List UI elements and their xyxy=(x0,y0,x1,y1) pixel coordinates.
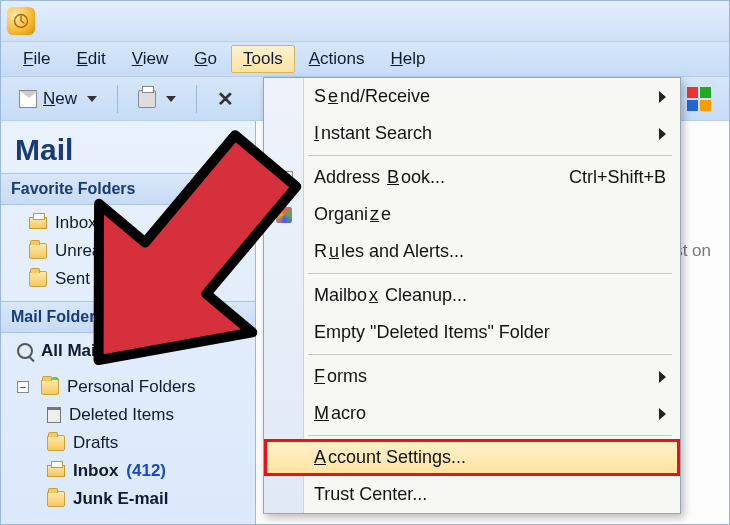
tree-collapse-icon[interactable]: − xyxy=(17,381,29,393)
list-item-label: Drafts xyxy=(73,433,118,453)
menu-tools[interactable]: Tools xyxy=(231,45,295,73)
categories-icon xyxy=(687,87,711,111)
submenu-arrow-icon xyxy=(659,128,666,140)
menu-empty-deleted[interactable]: Empty "Deleted Items" Folder xyxy=(264,314,680,351)
menu-instant-search[interactable]: Instant Search xyxy=(264,115,680,152)
menu-account-settings[interactable]: Account Settings... xyxy=(264,439,680,476)
folder-icon xyxy=(47,435,65,451)
favorite-folders-label: Favorite Folders xyxy=(11,180,135,198)
address-book-icon xyxy=(274,168,294,188)
menu-mailbox-cleanup[interactable]: Mailbox Cleanup... xyxy=(264,277,680,314)
delete-button[interactable]: ✕ xyxy=(209,83,242,115)
personal-folders[interactable]: − Personal Folders xyxy=(15,373,249,401)
mail-folders-header[interactable]: Mail Folders ⌄ xyxy=(1,301,255,333)
menu-accelerator: Ctrl+Shift+B xyxy=(569,167,666,188)
menu-go[interactable]: Go xyxy=(182,45,229,73)
folder-icon xyxy=(47,491,65,507)
menu-item-label: Trust Center... xyxy=(314,484,427,505)
fav-unread[interactable]: Unread Mail xyxy=(27,237,249,265)
print-button[interactable] xyxy=(130,86,184,112)
folder-junk[interactable]: Junk E-mail xyxy=(45,485,249,513)
menu-separator xyxy=(308,155,672,156)
submenu-arrow-icon xyxy=(659,371,666,383)
folder-drafts[interactable]: Drafts xyxy=(45,429,249,457)
submenu-arrow-icon xyxy=(659,91,666,103)
favorite-folders-header[interactable]: Favorite Folders « xyxy=(1,173,255,205)
list-item-label: Junk E-mail xyxy=(73,489,168,509)
menu-help[interactable]: Help xyxy=(378,45,437,73)
list-item-label: Inbox xyxy=(55,213,97,233)
inbox-icon xyxy=(47,465,65,477)
folder-icon xyxy=(29,243,47,259)
list-item-label: Deleted Items xyxy=(69,405,174,425)
menu-separator xyxy=(308,435,672,436)
fav-sent[interactable]: Sent Items xyxy=(27,265,249,293)
categories-button[interactable] xyxy=(679,83,719,115)
organize-icon xyxy=(274,205,294,225)
printer-icon xyxy=(138,90,156,108)
outlook-window: File Edit View Go Tools Actions Help New… xyxy=(0,0,730,525)
menu-actions[interactable]: Actions xyxy=(297,45,377,73)
menu-rules-alerts[interactable]: Rules and Alerts... xyxy=(264,233,680,270)
folder-inbox[interactable]: Inbox (412) xyxy=(45,457,249,485)
delete-x-icon: ✕ xyxy=(217,87,234,111)
folder-icon xyxy=(29,271,47,287)
collapse-chevrons-icon[interactable]: « xyxy=(237,181,245,197)
navigation-pane: Mail Favorite Folders « Inbox Unread Mai… xyxy=(1,121,256,524)
all-mail-items[interactable]: All Mail Items xyxy=(15,337,249,365)
menu-organize[interactable]: Organize xyxy=(264,196,680,233)
menu-view[interactable]: View xyxy=(120,45,181,73)
list-item-label: Personal Folders xyxy=(67,377,196,397)
personal-folders-icon xyxy=(41,379,59,395)
mail-folders-list: All Mail Items − Personal Folders Delete… xyxy=(1,333,255,521)
nav-title: Mail xyxy=(1,125,255,173)
unread-count: (412) xyxy=(126,461,166,481)
menu-forms[interactable]: Forms xyxy=(264,358,680,395)
outlook-app-icon xyxy=(7,7,35,35)
menubar: File Edit View Go Tools Actions Help xyxy=(1,41,729,77)
submenu-arrow-icon xyxy=(659,408,666,420)
menu-macro[interactable]: Macro xyxy=(264,395,680,432)
menu-edit[interactable]: Edit xyxy=(64,45,117,73)
trash-icon xyxy=(47,407,61,423)
menu-file[interactable]: File xyxy=(11,45,62,73)
chevron-down-icon xyxy=(87,96,97,102)
menu-item-label: Empty "Deleted Items" Folder xyxy=(314,322,550,343)
favorite-folders-list: Inbox Unread Mail Sent Items xyxy=(1,205,255,301)
list-item-label: Sent Items xyxy=(55,269,136,289)
mail-folders-label: Mail Folders xyxy=(11,308,104,326)
folder-deleted[interactable]: Deleted Items xyxy=(45,401,249,429)
list-item-label: Inbox xyxy=(73,461,118,481)
fav-inbox[interactable]: Inbox xyxy=(27,209,249,237)
menu-separator xyxy=(308,273,672,274)
expand-chevrons-icon[interactable]: ⌄ xyxy=(233,309,245,325)
menu-send-receive[interactable]: Send/Receive xyxy=(264,78,680,115)
toolbar-divider xyxy=(196,85,197,113)
menu-separator xyxy=(308,354,672,355)
titlebar xyxy=(1,1,729,41)
tools-dropdown: Send/Receive Instant Search Address Book… xyxy=(263,77,681,514)
menu-address-book[interactable]: Address Book... Ctrl+Shift+B xyxy=(264,159,680,196)
list-item-label: All Mail Items xyxy=(41,341,150,361)
mail-new-icon xyxy=(19,90,37,108)
menu-trust-center[interactable]: Trust Center... xyxy=(264,476,680,513)
list-item-label: Unread Mail xyxy=(55,241,147,261)
search-icon xyxy=(17,343,33,359)
toolbar-divider xyxy=(117,85,118,113)
inbox-icon xyxy=(29,217,47,229)
new-button[interactable]: New xyxy=(11,85,105,113)
chevron-down-icon xyxy=(166,96,176,102)
